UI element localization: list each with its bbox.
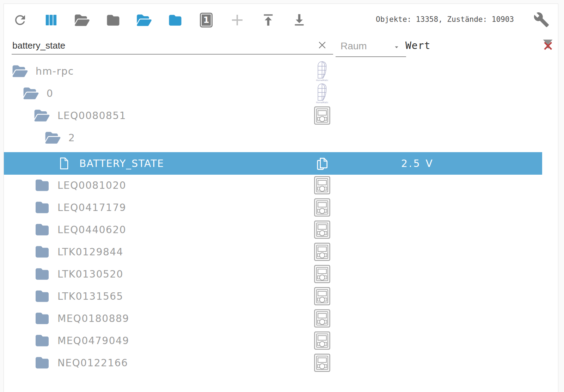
homematic-logo-icon: HomeMatic [313, 61, 331, 82]
tree-row-label: 0 [47, 88, 53, 99]
tree-row[interactable]: LTK0130520 [4, 263, 542, 285]
clear-x-icon [317, 45, 327, 52]
tree-row[interactable]: LTK0131565 [4, 285, 542, 307]
search-field [12, 37, 333, 55]
tree-row-label: LEQ0417179 [57, 202, 126, 213]
download-icon [292, 13, 306, 27]
tree-row[interactable]: 0HomeMatic [4, 82, 542, 105]
remove-filter-button[interactable] [542, 38, 554, 52]
folder-closed-icon[interactable] [33, 312, 50, 325]
clear-search-button[interactable] [317, 40, 327, 52]
object-state-counter: Objekte: 13358, Zustände: 10903 [376, 15, 514, 24]
folder-closed-blue-icon [168, 14, 183, 26]
refresh-button[interactable] [12, 12, 28, 28]
thermostat-device-icon [313, 331, 331, 350]
tree-row[interactable]: 2 [4, 127, 542, 149]
tree-row[interactable]: LEQ0080851 [4, 105, 542, 127]
tree-row-label: NEQ0122166 [57, 357, 128, 369]
tree-row-label: LEQ0440620 [57, 224, 126, 236]
filter-remove-icon [542, 45, 554, 52]
tree-row-label: LEQ0081020 [57, 180, 126, 191]
state-file-icon [55, 157, 72, 169]
level-1-icon: 1 [200, 13, 213, 27]
thermostat-device-icon [313, 220, 331, 239]
tree-row-label: MEQ0180889 [57, 313, 129, 324]
tree-row-label: LTK0130520 [57, 268, 123, 280]
tree-row[interactable]: BATTERY_STATE2.5 V [4, 152, 542, 175]
wrench-icon [533, 23, 550, 29]
homematic-logo-icon: HomeMatic [313, 83, 331, 104]
value-column-header: Wert [405, 40, 430, 51]
folder-open-blue-icon [136, 14, 152, 27]
tree-row[interactable]: NEQ0122166 [4, 352, 542, 374]
search-input[interactable] [12, 37, 308, 54]
refresh-icon [13, 13, 27, 27]
folder-closed-icon[interactable] [33, 290, 50, 303]
plus-icon [231, 13, 244, 27]
folder-open-gray-icon [74, 14, 90, 27]
thermostat-device-icon [313, 287, 331, 305]
tree-row[interactable]: LEQ0440620 [4, 219, 542, 241]
expand-level-button[interactable]: 1 [198, 12, 214, 28]
thermostat-device-icon [313, 265, 331, 283]
upload-button[interactable] [260, 12, 276, 28]
collapse-all-button[interactable] [105, 12, 121, 28]
thermostat-device-icon [313, 176, 331, 194]
objects-panel: 1 Objekte: 13358, Zustände: 10903 Raum W… [4, 4, 558, 392]
thermostat-device-icon [313, 106, 331, 125]
folder-closed-icon[interactable] [33, 201, 50, 214]
folder-open-icon[interactable] [12, 64, 29, 78]
settings-button[interactable] [533, 12, 550, 29]
folder-closed-gray-icon [106, 14, 121, 26]
state-value: 2.5 V [401, 157, 434, 169]
chevron-down-icon [393, 43, 400, 52]
thermostat-device-icon [313, 354, 331, 372]
tree-row[interactable]: LTK0129844 [4, 241, 542, 263]
upload-icon [261, 13, 275, 27]
tree-row[interactable]: MEQ0180889 [4, 307, 542, 330]
folder-open-icon[interactable] [23, 87, 39, 100]
folder-open-icon[interactable] [44, 131, 61, 144]
add-object-button[interactable] [229, 12, 245, 28]
copy-state-icon[interactable] [313, 156, 331, 170]
tree-row-label: 2 [68, 132, 75, 144]
folder-closed-icon[interactable] [33, 334, 50, 347]
tree-row-label: hm-rpc [36, 66, 74, 77]
thermostat-device-icon [313, 243, 331, 261]
list-view-button[interactable] [43, 12, 59, 28]
tree-row[interactable]: LEQ0081020 [4, 174, 542, 197]
tree-row-label: MEQ0479049 [57, 335, 129, 347]
folder-closed-icon[interactable] [33, 179, 50, 192]
folder-closed-icon[interactable] [33, 356, 50, 369]
collapse-selected-button[interactable] [167, 12, 183, 28]
folder-open-icon[interactable] [33, 109, 50, 122]
tree-row-label: LEQ0080851 [57, 110, 126, 122]
expand-selected-button[interactable] [136, 12, 152, 28]
tree-row[interactable]: hm-rpcHomeMatic [4, 60, 542, 82]
tree-row-label: BATTERY_STATE [79, 157, 164, 169]
expand-all-button[interactable] [74, 12, 90, 28]
tree-row[interactable]: MEQ0479049 [4, 330, 542, 352]
columns-icon [44, 13, 58, 27]
svg-text:HomeMatic: HomeMatic [316, 79, 329, 81]
tree-row-label: LTK0131565 [57, 291, 123, 302]
folder-closed-icon[interactable] [33, 245, 50, 259]
room-filter-select[interactable]: Raum [336, 37, 406, 57]
thermostat-device-icon [313, 198, 331, 217]
folder-closed-icon[interactable] [33, 223, 50, 236]
tree-row[interactable]: LEQ0417179 [4, 197, 542, 219]
download-button[interactable] [291, 12, 307, 28]
folder-closed-icon[interactable] [33, 268, 50, 281]
thermostat-device-icon [313, 309, 331, 328]
svg-text:HomeMatic: HomeMatic [316, 101, 329, 104]
tree-row-label: LTK0129844 [57, 246, 123, 258]
